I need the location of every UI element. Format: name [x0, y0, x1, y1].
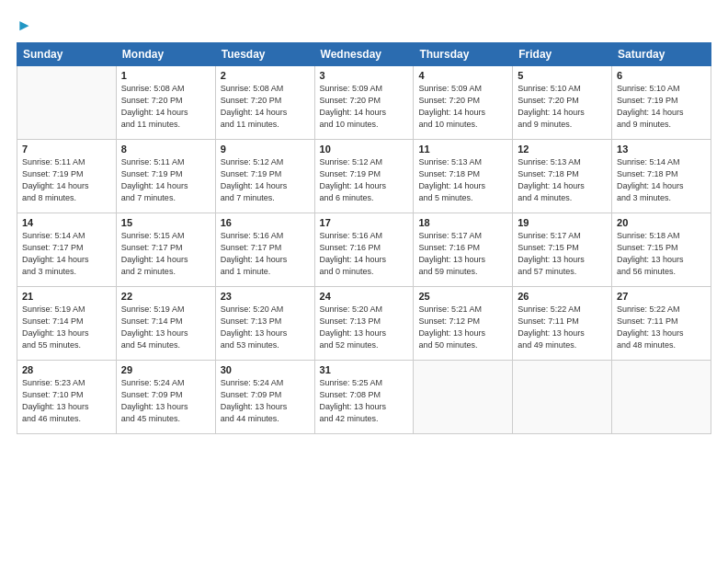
day-info: Sunrise: 5:22 AM Sunset: 7:11 PM Dayligh…	[518, 304, 607, 351]
day-cell: 21Sunrise: 5:19 AM Sunset: 7:14 PM Dayli…	[17, 286, 117, 360]
day-cell: 29Sunrise: 5:24 AM Sunset: 7:09 PM Dayli…	[116, 360, 215, 433]
day-info: Sunrise: 5:11 AM Sunset: 7:19 PM Dayligh…	[121, 156, 210, 204]
col-header-wednesday: Wednesday	[314, 42, 414, 65]
day-info: Sunrise: 5:21 AM Sunset: 7:12 PM Dayligh…	[418, 304, 507, 351]
week-row-1: 1Sunrise: 5:08 AM Sunset: 7:20 PM Daylig…	[17, 65, 711, 139]
day-number: 13	[617, 144, 706, 155]
day-number: 26	[518, 291, 607, 302]
day-cell: 30Sunrise: 5:24 AM Sunset: 7:09 PM Dayli…	[215, 360, 314, 433]
day-info: Sunrise: 5:17 AM Sunset: 7:15 PM Dayligh…	[518, 230, 607, 278]
day-cell: 22Sunrise: 5:19 AM Sunset: 7:14 PM Dayli…	[116, 286, 215, 360]
day-cell: 14Sunrise: 5:14 AM Sunset: 7:17 PM Dayli…	[17, 213, 117, 286]
day-number: 5	[518, 70, 607, 81]
day-info: Sunrise: 5:20 AM Sunset: 7:13 PM Dayligh…	[320, 304, 409, 351]
day-cell: 28Sunrise: 5:23 AM Sunset: 7:10 PM Dayli…	[17, 360, 117, 433]
day-cell: 8Sunrise: 5:11 AM Sunset: 7:19 PM Daylig…	[116, 139, 215, 213]
day-cell: 10Sunrise: 5:12 AM Sunset: 7:19 PM Dayli…	[314, 139, 414, 213]
day-info: Sunrise: 5:24 AM Sunset: 7:09 PM Dayligh…	[221, 377, 310, 425]
day-cell: 25Sunrise: 5:21 AM Sunset: 7:12 PM Dayli…	[414, 286, 513, 360]
day-cell: 1Sunrise: 5:08 AM Sunset: 7:20 PM Daylig…	[116, 65, 215, 139]
day-number: 24	[320, 291, 409, 302]
day-number: 4	[418, 70, 507, 81]
day-info: Sunrise: 5:19 AM Sunset: 7:14 PM Dayligh…	[22, 304, 111, 351]
day-info: Sunrise: 5:14 AM Sunset: 7:17 PM Dayligh…	[22, 230, 111, 278]
day-info: Sunrise: 5:10 AM Sunset: 7:19 PM Dayligh…	[617, 83, 706, 131]
day-cell: 20Sunrise: 5:18 AM Sunset: 7:15 PM Dayli…	[612, 213, 711, 286]
day-info: Sunrise: 5:09 AM Sunset: 7:20 PM Dayligh…	[320, 83, 409, 131]
col-header-monday: Monday	[116, 42, 215, 65]
day-info: Sunrise: 5:08 AM Sunset: 7:20 PM Dayligh…	[121, 83, 210, 131]
day-cell: 23Sunrise: 5:20 AM Sunset: 7:13 PM Dayli…	[215, 286, 314, 360]
day-number: 11	[418, 144, 507, 155]
day-cell: 2Sunrise: 5:08 AM Sunset: 7:20 PM Daylig…	[215, 65, 314, 139]
day-number: 18	[418, 217, 507, 228]
calendar-page: ► SundayMondayTuesdayWednesdayThursdayFr…	[0, 0, 728, 563]
day-number: 2	[221, 70, 310, 81]
day-number: 23	[221, 291, 310, 302]
day-info: Sunrise: 5:15 AM Sunset: 7:17 PM Dayligh…	[121, 230, 210, 278]
day-info: Sunrise: 5:14 AM Sunset: 7:18 PM Dayligh…	[617, 156, 706, 204]
col-header-thursday: Thursday	[414, 42, 513, 65]
col-header-sunday: Sunday	[17, 42, 117, 65]
day-cell	[513, 360, 612, 433]
day-cell	[612, 360, 711, 433]
day-cell: 18Sunrise: 5:17 AM Sunset: 7:16 PM Dayli…	[414, 213, 513, 286]
day-info: Sunrise: 5:13 AM Sunset: 7:18 PM Dayligh…	[518, 156, 607, 204]
day-cell	[17, 65, 117, 139]
day-info: Sunrise: 5:12 AM Sunset: 7:19 PM Dayligh…	[221, 156, 310, 204]
day-number: 12	[518, 144, 607, 155]
week-row-4: 21Sunrise: 5:19 AM Sunset: 7:14 PM Dayli…	[17, 286, 711, 360]
day-number: 30	[221, 364, 310, 375]
calendar-table: SundayMondayTuesdayWednesdayThursdayFrid…	[17, 42, 711, 434]
day-cell: 3Sunrise: 5:09 AM Sunset: 7:20 PM Daylig…	[314, 65, 414, 139]
day-cell: 16Sunrise: 5:16 AM Sunset: 7:17 PM Dayli…	[215, 213, 314, 286]
day-number: 16	[221, 217, 310, 228]
day-info: Sunrise: 5:11 AM Sunset: 7:19 PM Dayligh…	[22, 156, 111, 204]
day-number: 15	[121, 217, 210, 228]
logo-text: ►	[17, 17, 32, 35]
day-info: Sunrise: 5:16 AM Sunset: 7:17 PM Dayligh…	[221, 230, 310, 278]
day-info: Sunrise: 5:23 AM Sunset: 7:10 PM Dayligh…	[22, 377, 111, 425]
day-cell: 19Sunrise: 5:17 AM Sunset: 7:15 PM Dayli…	[513, 213, 612, 286]
day-number: 9	[221, 144, 310, 155]
col-header-tuesday: Tuesday	[215, 42, 314, 65]
day-info: Sunrise: 5:24 AM Sunset: 7:09 PM Dayligh…	[121, 377, 210, 425]
day-number: 27	[617, 291, 706, 302]
day-number: 7	[22, 144, 111, 155]
header: ►	[17, 17, 711, 35]
day-number: 17	[320, 217, 409, 228]
day-cell: 5Sunrise: 5:10 AM Sunset: 7:20 PM Daylig…	[513, 65, 612, 139]
day-cell: 6Sunrise: 5:10 AM Sunset: 7:19 PM Daylig…	[612, 65, 711, 139]
day-cell: 12Sunrise: 5:13 AM Sunset: 7:18 PM Dayli…	[513, 139, 612, 213]
day-number: 8	[121, 144, 210, 155]
day-info: Sunrise: 5:18 AM Sunset: 7:15 PM Dayligh…	[617, 230, 706, 278]
day-number: 6	[617, 70, 706, 81]
day-info: Sunrise: 5:12 AM Sunset: 7:19 PM Dayligh…	[320, 156, 409, 204]
day-number: 25	[418, 291, 507, 302]
day-info: Sunrise: 5:20 AM Sunset: 7:13 PM Dayligh…	[221, 304, 310, 351]
col-header-friday: Friday	[513, 42, 612, 65]
day-number: 21	[22, 291, 111, 302]
day-number: 1	[121, 70, 210, 81]
day-info: Sunrise: 5:13 AM Sunset: 7:18 PM Dayligh…	[418, 156, 507, 204]
day-cell: 7Sunrise: 5:11 AM Sunset: 7:19 PM Daylig…	[17, 139, 117, 213]
day-cell: 26Sunrise: 5:22 AM Sunset: 7:11 PM Dayli…	[513, 286, 612, 360]
day-cell: 9Sunrise: 5:12 AM Sunset: 7:19 PM Daylig…	[215, 139, 314, 213]
day-cell: 24Sunrise: 5:20 AM Sunset: 7:13 PM Dayli…	[314, 286, 414, 360]
day-info: Sunrise: 5:08 AM Sunset: 7:20 PM Dayligh…	[221, 83, 310, 131]
day-number: 29	[121, 364, 210, 375]
week-row-5: 28Sunrise: 5:23 AM Sunset: 7:10 PM Dayli…	[17, 360, 711, 433]
header-row: SundayMondayTuesdayWednesdayThursdayFrid…	[17, 42, 711, 65]
day-number: 20	[617, 217, 706, 228]
day-cell: 17Sunrise: 5:16 AM Sunset: 7:16 PM Dayli…	[314, 213, 414, 286]
day-info: Sunrise: 5:22 AM Sunset: 7:11 PM Dayligh…	[617, 304, 706, 351]
day-cell	[414, 360, 513, 433]
day-cell: 4Sunrise: 5:09 AM Sunset: 7:20 PM Daylig…	[414, 65, 513, 139]
day-number: 28	[22, 364, 111, 375]
col-header-saturday: Saturday	[612, 42, 711, 65]
day-number: 14	[22, 217, 111, 228]
day-info: Sunrise: 5:25 AM Sunset: 7:08 PM Dayligh…	[320, 377, 409, 425]
week-row-2: 7Sunrise: 5:11 AM Sunset: 7:19 PM Daylig…	[17, 139, 711, 213]
day-number: 19	[518, 217, 607, 228]
day-number: 10	[320, 144, 409, 155]
